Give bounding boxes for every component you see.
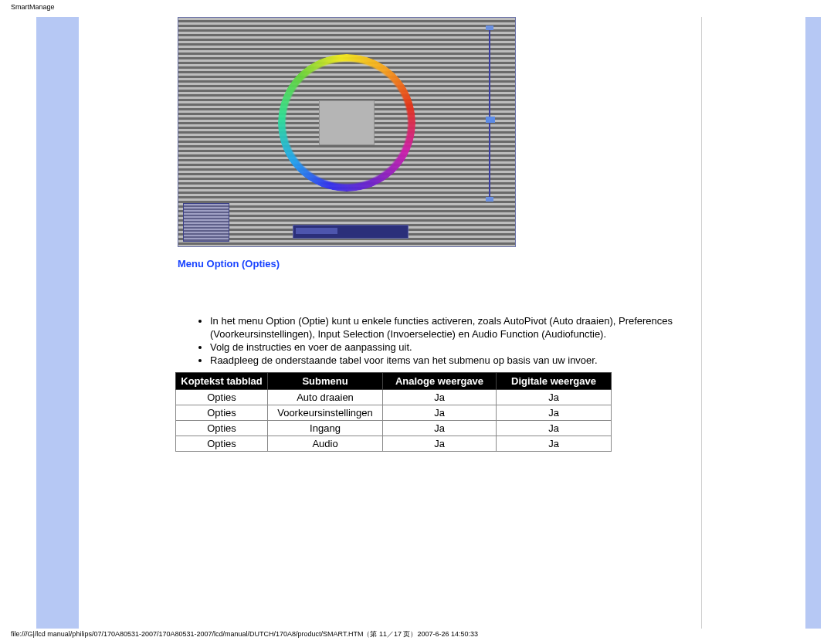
table-cell: Ja xyxy=(383,421,497,436)
table-cell: Ja xyxy=(497,421,612,436)
vertical-scale-bottom-cap xyxy=(486,197,493,202)
list-item: Raadpleeg de onderstaande tabel voor ite… xyxy=(210,354,684,368)
table-row: Opties Auto draaien Ja Ja xyxy=(176,390,612,405)
calibration-image xyxy=(178,17,516,247)
task-bar-item xyxy=(296,228,337,234)
table-cell: Audio xyxy=(268,436,383,452)
table-cell: Ja xyxy=(383,405,497,421)
table-row: Opties Voorkeursinstellingen Ja Ja xyxy=(176,405,612,421)
table-cell: Ingang xyxy=(268,421,383,436)
table-cell: Voorkeursinstellingen xyxy=(268,405,383,421)
table-cell: Ja xyxy=(497,405,612,421)
thumbnail-image xyxy=(183,203,229,242)
table-cell: Ja xyxy=(497,390,612,405)
table-cell: Opties xyxy=(176,405,268,421)
vertical-scale-mid-marker xyxy=(486,117,495,123)
vertical-scale-top-cap xyxy=(486,25,493,30)
left-nav-bar xyxy=(36,17,79,629)
table-header-row: Koptekst tabblad Submenu Analoge weergav… xyxy=(176,373,612,390)
table-header-cell: Digitale weergave xyxy=(497,373,612,390)
list-item: In het menu Option (Optie) kunt u enkele… xyxy=(210,315,684,341)
table-cell: Opties xyxy=(176,436,268,452)
table-cell: Ja xyxy=(383,390,497,405)
description-list: In het menu Option (Optie) kunt u enkele… xyxy=(199,315,684,368)
table-row: Opties Audio Ja Ja xyxy=(176,436,612,452)
center-box-icon xyxy=(319,100,375,145)
table-row: Opties Ingang Ja Ja xyxy=(176,421,612,436)
table-cell: Opties xyxy=(176,390,268,405)
section-heading: Menu Option (Opties) xyxy=(178,258,280,269)
table-cell: Ja xyxy=(497,436,612,452)
table-header-cell: Submenu xyxy=(268,373,383,390)
table-cell: Opties xyxy=(176,421,268,436)
table-cell: Auto draaien xyxy=(268,390,383,405)
right-accent-bar xyxy=(805,17,821,629)
vertical-divider xyxy=(701,17,702,629)
table-header-cell: Analoge weergave xyxy=(383,373,497,390)
footer-path: file:///G|/lcd manual/philips/07/170A805… xyxy=(11,629,478,639)
content-area: Menu Option (Opties) In het menu Option … xyxy=(79,17,701,629)
options-table: Koptekst tabblad Submenu Analoge weergav… xyxy=(175,372,612,452)
table-header-cell: Koptekst tabblad xyxy=(176,373,268,390)
task-bar xyxy=(293,225,409,239)
list-item: Volg de instructies en voer de aanpassin… xyxy=(210,341,684,354)
vertical-scale-line xyxy=(489,29,490,198)
table-cell: Ja xyxy=(383,436,497,452)
page-title: SmartManage xyxy=(11,3,55,11)
